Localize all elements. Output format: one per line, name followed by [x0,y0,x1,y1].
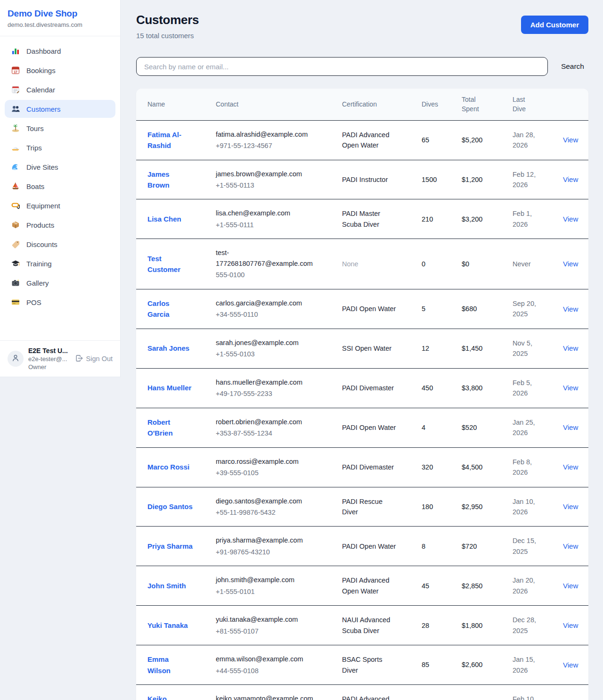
customer-last-dive: Never [513,260,531,268]
view-customer-link[interactable]: View [563,661,578,669]
customer-phone: +55-11-99876-5432 [216,507,321,518]
pos-icon [11,297,20,307]
gallery-icon [11,278,20,288]
sidebar-item-label: Boats [26,182,44,190]
view-customer-link[interactable]: View [563,463,578,471]
table-row: Yuki Tanaka yuki.tanaka@example.com +81-… [136,606,588,645]
customer-certification: PADI Open Water [342,305,396,313]
customer-email: test-1772681807767@example.com [216,247,321,269]
customer-dives: 210 [422,215,433,223]
sidebar-item-trips[interactable]: Trips [5,139,115,156]
customer-total-spent: $2,950 [462,503,482,511]
customer-last-dive: Dec 28, 2025 [513,616,536,634]
column-header-certification: Certification [342,89,422,120]
customer-total-spent: $720 [462,543,477,550]
customer-last-dive: Feb 12, 2026 [513,171,536,189]
sidebar-item-bookings[interactable]: 17 Bookings [5,61,115,79]
customer-phone: +1-555-0101 [216,586,321,597]
customer-last-dive: Dec 15, 2025 [513,537,536,555]
customer-phone: +1-555-0111 [216,220,321,230]
sidebar-item-calendar[interactable]: Calendar [5,81,115,99]
sidebar-item-training[interactable]: Training [5,255,115,272]
sidebar-item-discounts[interactable]: Discounts [5,235,115,253]
sidebar-item-gallery[interactable]: Gallery [5,274,115,292]
customer-dives: 28 [422,622,429,629]
equipment-icon [11,201,20,210]
customer-name-link[interactable]: Robert O'Brien [147,417,193,439]
customer-name-link[interactable]: Fatima Al-Rashid [147,129,193,151]
customer-certification: PADI Advanced Open Water [342,576,390,594]
customer-name-link[interactable]: Diego Santos [147,501,193,512]
customer-name-link[interactable]: Keiko Yamamoto [147,693,193,700]
customer-name-link[interactable]: Test Customer [147,253,193,275]
customer-email: emma.wilson@example.com [216,654,321,664]
view-customer-link[interactable]: View [563,260,578,268]
table-row: Diego Santos diego.santos@example.com +5… [136,487,588,527]
customer-last-dive: Jan 10, 2026 [513,498,535,516]
view-customer-link[interactable]: View [563,344,578,352]
customer-name-link[interactable]: James Brown [147,169,193,191]
view-customer-link[interactable]: View [563,423,578,431]
sidebar: Demo Dive Shop demo.test.divestreams.com… [0,0,121,377]
view-customer-link[interactable]: View [563,502,578,511]
customer-dives: 65 [422,136,429,144]
sidebar-item-dashboard[interactable]: Dashboard [5,42,115,60]
table-row: Fatima Al-Rashid fatima.alrashid@example… [136,120,588,160]
avatar [8,351,24,367]
column-header-total-spent: Total Spent [462,89,513,120]
customer-certification: NAUI Advanced Scuba Diver [342,616,390,634]
table-row: Carlos Garcia carlos.garcia@example.com … [136,289,588,329]
customer-name-link[interactable]: Carlos Garcia [147,298,193,320]
customer-total-spent: $3,200 [462,215,482,223]
search-button[interactable]: Search [561,62,584,71]
view-customer-link[interactable]: View [563,621,578,629]
calendar-icon [11,85,20,94]
table-row: James Brown james.brown@example.com +1-5… [136,160,588,199]
customer-name-link[interactable]: John Smith [147,580,186,591]
search-input[interactable] [136,57,548,76]
view-customer-link[interactable]: View [563,305,578,313]
view-customer-link[interactable]: View [563,582,578,590]
customer-phone: +1-555-0113 [216,180,321,190]
sidebar-item-boats[interactable]: Boats [5,177,115,195]
customer-email: lisa.chen@example.com [216,208,321,218]
customer-name-link[interactable]: Hans Mueller [147,382,191,393]
customer-certification: PADI Divemaster [342,463,394,471]
table-row: Priya Sharma priya.sharma@example.com +9… [136,527,588,566]
sidebar-item-dive-sites[interactable]: Dive Sites [5,158,115,176]
table-header-row: NameContactCertificationDivesTotal Spent… [136,89,588,120]
customer-email: fatima.alrashid@example.com [216,129,321,140]
customer-certification: BSAC Sports Diver [342,656,382,674]
view-customer-link[interactable]: View [563,136,578,144]
sidebar-item-equipment[interactable]: Equipment [5,197,115,214]
sidebar-item-tours[interactable]: Tours [5,119,115,137]
add-customer-button[interactable]: Add Customer [521,16,588,34]
page-subtitle: 15 total customers [136,32,199,40]
sidebar-item-customers[interactable]: Customers [5,100,115,118]
customer-last-dive: Jan 25, 2026 [513,419,535,436]
table-row: John Smith john.smith@example.com +1-555… [136,566,588,606]
customer-email: hans.mueller@example.com [216,377,321,387]
sign-out-button[interactable]: Sign Out [75,354,113,364]
customer-name-link[interactable]: Yuki Tanaka [147,620,188,631]
customers-table-card: NameContactCertificationDivesTotal Spent… [136,89,588,700]
view-customer-link[interactable]: View [563,215,578,223]
customer-total-spent: $5,200 [462,136,482,144]
view-customer-link[interactable]: View [563,384,578,392]
customer-phone: +34-555-0110 [216,309,321,320]
table-row: Emma Wilson emma.wilson@example.com +44-… [136,645,588,685]
sidebar-item-label: Trips [26,144,42,152]
sidebar-item-pos[interactable]: POS [5,293,115,311]
sidebar-item-products[interactable]: Products [5,216,115,234]
customer-name-link[interactable]: Sarah Jones [147,343,189,354]
customer-name-link[interactable]: Lisa Chen [147,214,181,224]
view-customer-link[interactable]: View [563,175,578,183]
sidebar-item-label: Tours [26,124,44,132]
customer-name-link[interactable]: Marco Rossi [147,461,189,472]
customer-name-link[interactable]: Emma Wilson [147,654,193,676]
customer-name-link[interactable]: Priya Sharma [147,541,193,552]
view-customer-link[interactable]: View [563,542,578,550]
customer-email: yuki.tanaka@example.com [216,614,321,625]
main-content: Customers 15 total customers Add Custome… [121,0,603,700]
customer-last-dive: Feb 10, 2026 [513,695,536,700]
